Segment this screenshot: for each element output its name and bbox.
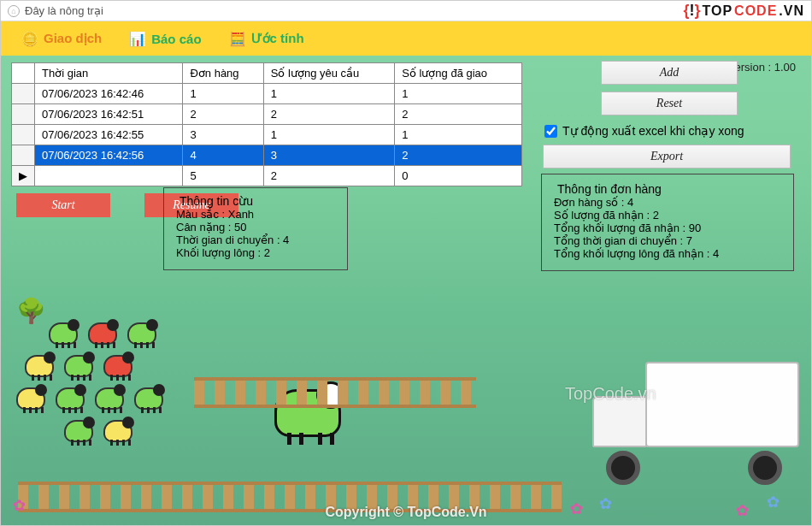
table-cell[interactable]: 07/06/2023 16:42:51 [35, 104, 183, 125]
table-cell[interactable]: 4 [183, 145, 263, 166]
tabbar: 🪙 Giao dịch 📊 Báo cáo 🧮 Ước tính [1, 21, 811, 56]
table-cell[interactable]: 0 [395, 166, 522, 186]
auto-export-checkbox[interactable] [544, 125, 557, 138]
order-info-line: Tổng khối lượng đã nhận : 90 [554, 222, 781, 234]
tab-label: Ước tính [251, 31, 304, 46]
table-cell[interactable]: 2 [395, 104, 522, 125]
table-cell[interactable] [35, 166, 183, 186]
table-row[interactable]: 07/06/2023 16:42:46111 [12, 84, 522, 104]
sheep-info-line: Màu sắc : Xanh [176, 208, 335, 221]
estimate-icon: 🧮 [229, 31, 246, 47]
sheep-info-line: Khối lượng lông : 2 [176, 246, 335, 259]
window-title: Đây là nông trại [25, 4, 103, 17]
sheep-info-group: Thông tin cừu Màu sắc : Xanh Cân nặng : … [163, 187, 348, 270]
table-row[interactable]: 07/06/2023 16:42:51222 [12, 104, 522, 125]
tab-label: Giao dịch [44, 31, 102, 46]
reset-button[interactable]: Reset [601, 92, 738, 115]
fence-icon [194, 377, 476, 408]
table-cell[interactable]: 1 [183, 84, 263, 104]
table-row[interactable]: 07/06/2023 16:42:56432 [12, 145, 522, 166]
order-info-line: Tổng thời gian di chuyển : 7 [554, 234, 781, 247]
table-cell[interactable]: 1 [263, 125, 394, 145]
order-info-line: Số lượng đã nhận : 2 [554, 209, 781, 222]
sheep-info-line: Cân nặng : 50 [176, 221, 335, 233]
order-info-line: Tổng khối lượng lông đã nhận : 4 [554, 247, 781, 260]
table-cell[interactable]: 3 [263, 145, 394, 166]
start-button[interactable]: Start [16, 193, 110, 217]
truck-icon [577, 362, 799, 482]
table-cell[interactable]: 1 [395, 84, 522, 104]
table-cell[interactable]: 1 [395, 125, 522, 145]
add-button[interactable]: Add [601, 61, 738, 85]
col-time[interactable]: Thời gian [35, 63, 183, 84]
titlebar: ⌂ Đây là nông trại {!} TOPCODE.VN [1, 1, 811, 21]
sheep-info-line: Thời gian di chuyển : 4 [176, 233, 335, 246]
order-info-title: Thông tin đơn hàng [554, 182, 665, 196]
tab-bao-cao[interactable]: 📊 Báo cáo [129, 31, 201, 47]
table-cell[interactable]: 2 [263, 166, 394, 186]
orders-table[interactable]: Thời gian Đơn hàng Số lượng yêu cầu Số l… [11, 62, 522, 186]
table-cell[interactable]: 2 [183, 104, 263, 125]
table-cell[interactable]: 2 [395, 145, 522, 166]
col-qty-req[interactable]: Số lượng yêu cầu [263, 63, 394, 84]
sheep-info-title: Thông tin cừu [176, 194, 256, 208]
table-cell[interactable]: 1 [263, 84, 394, 104]
table-cell[interactable]: 07/06/2023 16:42:55 [35, 125, 183, 145]
table-row[interactable]: ▶520 [12, 166, 522, 186]
table-cell[interactable]: 3 [183, 125, 263, 145]
export-button[interactable]: Export [543, 145, 791, 168]
report-icon: 📊 [129, 31, 146, 47]
table-cell[interactable]: 2 [263, 104, 394, 125]
tab-giao-dich[interactable]: 🪙 Giao dịch [21, 31, 102, 47]
table-cell[interactable]: 07/06/2023 16:42:46 [35, 84, 183, 104]
watermark: TopCode.vn [565, 384, 656, 404]
sheep-field [9, 292, 180, 463]
tab-uoc-tinh[interactable]: 🧮 Ước tính [229, 31, 304, 47]
app-icon: ⌂ [8, 5, 20, 17]
coin-icon: 🪙 [21, 31, 38, 47]
col-order[interactable]: Đơn hàng [183, 63, 263, 84]
auto-export-label: Tự động xuất excel khi chạy xong [562, 124, 744, 138]
table-row[interactable]: 07/06/2023 16:42:55311 [12, 125, 522, 145]
col-qty-done[interactable]: Số lượng đã giao [395, 63, 522, 84]
tab-label: Báo cáo [151, 32, 201, 46]
topcode-logo: {!} TOPCODE.VN [683, 2, 804, 20]
order-info-line: Đơn hàng số : 4 [554, 196, 781, 209]
watermark: Copyright © TopCode.Vn [1, 505, 811, 520]
table-cell[interactable]: 07/06/2023 16:42:56 [35, 145, 183, 166]
order-info-group: Thông tin đơn hàng Đơn hàng số : 4 Số lư… [541, 174, 794, 271]
table-cell[interactable]: 5 [183, 166, 263, 186]
